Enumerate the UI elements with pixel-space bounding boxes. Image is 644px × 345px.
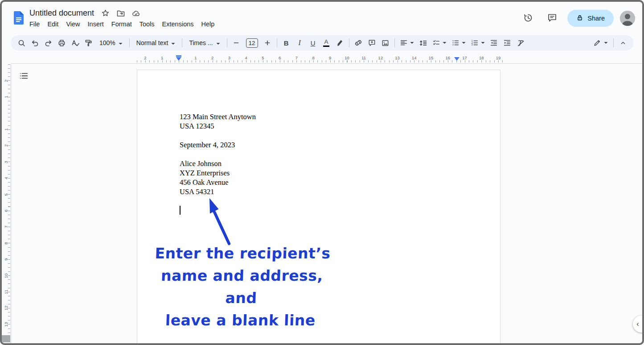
ruler-number: 1 (4, 128, 8, 130)
checklist-button[interactable] (430, 37, 449, 49)
first-line-indent-marker[interactable] (176, 55, 181, 57)
highlight-color-button[interactable] (333, 37, 346, 49)
ruler-number: 9 (329, 55, 331, 60)
increase-indent-button[interactable] (501, 37, 514, 49)
ruler-ticks (8, 64, 10, 343)
star-icon[interactable] (101, 9, 110, 18)
spell-check-button[interactable] (69, 37, 82, 49)
ruler-number: 16 (446, 55, 451, 60)
zoom-select[interactable]: 100% (95, 37, 127, 49)
ruler-number: 10 (345, 55, 349, 60)
menu-extensions[interactable]: Extensions (159, 19, 197, 29)
menu-file[interactable]: File (26, 19, 43, 29)
insert-link-button[interactable] (352, 37, 365, 49)
collapse-side-panel-button[interactable]: ‹ (633, 316, 644, 333)
document-title[interactable]: Untitled document (29, 8, 94, 18)
print-button[interactable] (55, 37, 68, 49)
menu-view[interactable]: View (62, 19, 83, 29)
show-document-outline-button[interactable] (20, 72, 29, 81)
menu-edit[interactable]: Edit (44, 19, 62, 29)
cloud-saved-icon (132, 9, 141, 18)
comments-icon (547, 12, 558, 25)
font-size-increase-button[interactable] (261, 37, 274, 49)
docs-logo[interactable] (14, 11, 24, 25)
search-menus-button[interactable] (15, 37, 28, 49)
menu-help[interactable]: Help (198, 19, 218, 29)
bold-button[interactable]: B (280, 37, 293, 49)
ruler-number: 6 (279, 55, 281, 60)
clear-formatting-icon (517, 39, 525, 47)
ruler-number: 2 (144, 55, 146, 60)
ruler-number: 11 (4, 290, 8, 294)
styles-value: Normal text (136, 39, 168, 46)
hide-menus-button[interactable] (616, 37, 629, 49)
annotation-line: leave a blank line (141, 309, 340, 332)
ruler-number: 13 (4, 322, 8, 327)
caret-down-icon (443, 42, 447, 44)
bullet-list-button[interactable] (449, 37, 468, 49)
undo-button[interactable] (29, 37, 41, 49)
menu-insert[interactable]: Insert (84, 19, 107, 29)
ruler-number: 4 (245, 55, 247, 60)
zoom-value: 100% (99, 39, 115, 46)
menu-format[interactable]: Format (108, 19, 135, 29)
align-button[interactable] (398, 37, 416, 49)
toolbar-divider (394, 38, 395, 47)
ruler-number: 15 (429, 55, 434, 60)
line-spacing-button[interactable] (417, 37, 430, 49)
decrease-indent-button[interactable] (488, 37, 500, 49)
add-comment-button[interactable] (365, 37, 378, 49)
ruler-ticks (137, 60, 505, 62)
open-comments-button[interactable] (543, 9, 561, 27)
underline-icon: U (311, 39, 316, 47)
svg-text:3: 3 (471, 43, 472, 46)
ruler-number: 18 (479, 55, 484, 60)
doc-line: Alice Johnson (180, 159, 256, 168)
paint-format-button[interactable] (82, 37, 95, 49)
left-indent-marker[interactable] (176, 57, 181, 61)
doc-line: USA 12345 (180, 121, 256, 131)
ruler-number: 8 (312, 55, 314, 60)
app-window: Untitled document FileEditViewInsertForm… (0, 0, 644, 345)
font-select[interactable]: Times ... (185, 37, 224, 49)
font-size-decrease-button[interactable] (230, 37, 243, 49)
ruler-number: 9 (4, 258, 8, 261)
clear-formatting-button[interactable] (514, 37, 527, 49)
increase-indent-icon (503, 39, 511, 47)
document-text: 123 Main Street AnytownUSA 12345 Septemb… (180, 112, 256, 196)
toolbar: 100% Normal text Times ... 12 B I U A (11, 35, 634, 50)
lock-icon (576, 14, 583, 23)
italic-button[interactable]: I (293, 37, 306, 49)
ruler-number: 3 (228, 55, 230, 60)
ruler-number: 12 (4, 306, 8, 311)
version-history-button[interactable] (519, 9, 537, 27)
text-color-button[interactable]: A (320, 37, 333, 49)
decrease-indent-icon (490, 39, 498, 47)
cursor-caret (180, 206, 180, 215)
numbered-list-button[interactable]: 123 (468, 37, 487, 49)
font-size-input[interactable]: 12 (246, 38, 258, 48)
move-folder-icon[interactable] (116, 9, 125, 18)
share-button-label: Share (587, 15, 605, 22)
insert-image-icon (381, 39, 390, 47)
toolbar-divider (349, 38, 349, 47)
collapse-side-panel-icon: ‹ (636, 320, 639, 328)
toolbar-divider (182, 38, 182, 47)
caret-down-icon (410, 42, 414, 44)
toolbar-divider (227, 38, 227, 47)
share-button[interactable]: Share (567, 10, 614, 27)
avatar[interactable] (620, 11, 635, 26)
right-indent-marker[interactable] (454, 57, 459, 61)
ruler-number: 2 (4, 145, 8, 147)
editing-mode-button[interactable] (590, 37, 611, 49)
italic-icon: I (298, 39, 300, 47)
ruler-number: 6 (4, 209, 8, 212)
menu-tools[interactable]: Tools (136, 19, 158, 29)
styles-select[interactable]: Normal text (132, 37, 180, 49)
caret-down-icon (216, 39, 220, 46)
pen-icon (593, 39, 601, 47)
collapse-toolbar-icon (619, 39, 627, 46)
redo-button[interactable] (42, 37, 55, 49)
insert-image-button[interactable] (379, 37, 392, 49)
underline-button[interactable]: U (307, 37, 320, 49)
